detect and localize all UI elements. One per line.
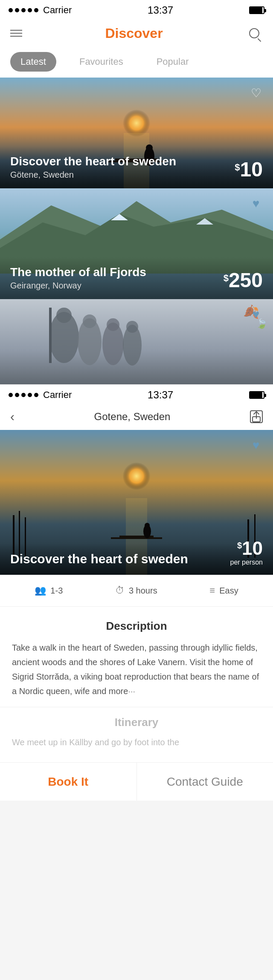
carrier-label-2: Carrier: [43, 389, 72, 401]
hero-price-amount: 10: [242, 538, 263, 559]
heart-icon-2: ♥: [253, 197, 260, 210]
screen-discover: Carrier 13:37 Discover Latest Favourites…: [0, 0, 273, 384]
discover-header: Discover: [0, 19, 273, 48]
search-icon: [249, 28, 259, 38]
detail-nav: ‹ Gotene, Sweden: [0, 404, 273, 430]
card-price-symbol-2: $: [224, 273, 229, 284]
svg-point-37: [145, 523, 150, 528]
description-body: Take a walk in the heart of Sweden, pass…: [12, 640, 261, 698]
clock-icon: ⏱: [115, 585, 125, 596]
heart-button-3[interactable]: ♥: [247, 306, 264, 323]
menu-button[interactable]: [10, 30, 22, 37]
description-heading: Description: [12, 620, 261, 633]
share-icon: [250, 410, 263, 423]
status-left-2: Carrier: [9, 389, 72, 401]
signal-dot-5: [34, 8, 38, 12]
share-button[interactable]: [250, 410, 263, 423]
signal-dot-4: [28, 8, 32, 12]
card-price-2: $250: [224, 270, 263, 291]
card-overlay-1: Discover the heart of sweden Götene, Swe…: [0, 146, 273, 188]
back-button[interactable]: ‹: [10, 409, 15, 424]
bottom-bar: Book It Contact Guide: [0, 762, 273, 801]
status-bar-2: Carrier 13:37: [0, 385, 273, 404]
svg-point-22: [126, 321, 138, 333]
tab-popular[interactable]: Popular: [146, 52, 199, 72]
signal-dot-8: [21, 393, 26, 397]
hamburger-line-2: [10, 33, 22, 34]
card-statues[interactable]: 🍂 🍃 ♥: [0, 299, 273, 384]
hero-title: Discover the heart of sweden: [10, 552, 263, 566]
itinerary-body: We meet up in Källby and go by foot into…: [12, 735, 261, 749]
battery-fill-2: [250, 392, 262, 398]
signal-dot-9: [28, 393, 32, 397]
itinerary-heading: Itinerary: [12, 716, 261, 729]
heart-icon-1: ♡: [251, 86, 261, 100]
detail-hero: ♥ Discover the heart of sweden $10 per p…: [0, 430, 273, 575]
heart-button-detail[interactable]: ♥: [247, 437, 264, 454]
read-more-dots[interactable]: ···: [128, 686, 135, 696]
screen-detail: Carrier 13:37 ‹ Gotene, Sweden: [0, 384, 273, 801]
back-arrow-icon: ‹: [10, 409, 15, 424]
svg-rect-16: [49, 308, 52, 363]
status-right-1: [249, 6, 264, 14]
heart-button-1[interactable]: ♡: [247, 84, 264, 101]
card-price-1: $10: [235, 159, 263, 180]
status-right-2: [249, 391, 264, 399]
card-sweden[interactable]: ♡ Discover the heart of sweden Götene, S…: [0, 78, 273, 188]
heart-icon-detail: ♥: [253, 438, 260, 452]
page-title: Discover: [105, 26, 163, 41]
status-bar-1: Carrier 13:37: [0, 0, 273, 19]
card-subtitle-1: Götene, Sweden: [10, 170, 263, 180]
carrier-label: Carrier: [43, 5, 72, 16]
hamburger-line-1: [10, 30, 22, 31]
status-time-2: 13:37: [148, 389, 173, 401]
info-bar: 👥 1-3 ⏱ 3 hours ≡ Easy: [0, 575, 273, 607]
duration-text: 3 hours: [129, 586, 157, 596]
book-it-label: Book It: [48, 775, 88, 789]
battery-fill-1: [250, 7, 262, 13]
difficulty-text: Easy: [219, 586, 238, 596]
signal-dot-1: [9, 8, 13, 12]
signal-dot-3: [21, 8, 26, 12]
contact-guide-label: Contact Guide: [167, 775, 243, 789]
battery-icon-1: [249, 6, 264, 14]
card-title-1: Discover the heart of sweden: [10, 155, 263, 168]
hero-price-symbol: $: [237, 541, 242, 551]
contact-guide-button[interactable]: Contact Guide: [137, 763, 273, 801]
card-price-amount-1: 10: [240, 158, 263, 181]
svg-point-15: [56, 308, 72, 323]
svg-rect-35: [111, 537, 162, 539]
card-fjord[interactable]: ♥ The mother of all Fjords Geiranger, No…: [0, 188, 273, 299]
hamburger-line-3: [10, 36, 22, 37]
group-icon: 👥: [35, 585, 46, 596]
hero-price: $10 per person: [230, 539, 263, 566]
search-button[interactable]: [246, 25, 263, 42]
signal-dot-10: [34, 393, 38, 397]
signal-dot-2: [15, 8, 19, 12]
book-it-button[interactable]: Book It: [0, 763, 137, 801]
card-price-amount-2: 250: [229, 269, 263, 291]
svg-point-20: [107, 318, 119, 331]
card-price-symbol-1: $: [235, 162, 240, 173]
heart-button-2[interactable]: ♥: [247, 195, 264, 212]
detail-nav-title: Gotene, Sweden: [94, 411, 171, 423]
tab-favourites[interactable]: Favourites: [69, 52, 134, 72]
tab-latest[interactable]: Latest: [10, 52, 56, 72]
status-left: Carrier: [9, 5, 72, 16]
info-group: 👥 1-3: [35, 585, 63, 596]
battery-icon-2: [249, 391, 264, 399]
group-text: 1-3: [50, 586, 63, 596]
status-time-1: 13:37: [148, 4, 173, 16]
statues-svg: 🍂 🍃: [0, 299, 273, 384]
itinerary-section: Itinerary We meet up in Källby and go by…: [0, 707, 273, 762]
heart-icon-3: ♥: [253, 308, 260, 321]
tabs-bar: Latest Favourites Popular: [0, 48, 273, 78]
signal-dot-6: [9, 393, 13, 397]
difficulty-icon: ≡: [209, 585, 215, 596]
card-image-statues: 🍂 🍃: [0, 299, 273, 384]
description-section: Description Take a walk in the heart of …: [0, 607, 273, 707]
info-difficulty: ≡ Easy: [209, 585, 238, 596]
signal-dot-7: [15, 393, 19, 397]
svg-point-18: [83, 314, 96, 328]
info-duration: ⏱ 3 hours: [115, 585, 157, 596]
